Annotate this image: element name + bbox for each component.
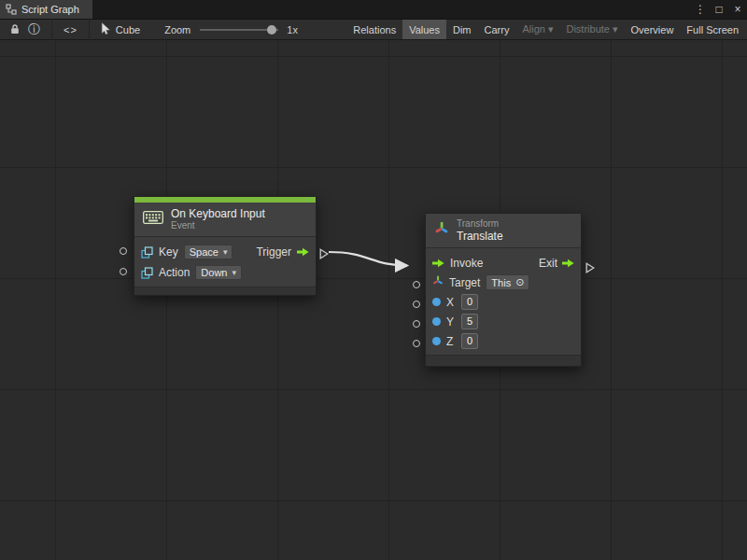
dim-button[interactable]: Dim: [446, 20, 478, 39]
z-field-row: Z 0: [426, 331, 581, 351]
exit-output: Exit: [539, 257, 574, 270]
key-row: Key Space ▾ Trigger: [134, 242, 316, 262]
align-dropdown[interactable]: Align ▾: [515, 20, 559, 39]
x-input[interactable]: 0: [461, 294, 478, 310]
z-value-port[interactable]: [413, 340, 420, 347]
window-menu-button[interactable]: ⋮: [691, 0, 710, 19]
close-button[interactable]: ×: [728, 0, 747, 19]
node-body: Invoke Exit Target This ⊙: [426, 248, 581, 355]
node-title: Translate: [457, 230, 503, 243]
node-category: Transform: [457, 218, 503, 230]
exit-flow-arrow-icon: [562, 259, 574, 268]
titlebar: Script Graph ⋮ □ ×: [0, 0, 747, 19]
target-row: Target This ⊙: [426, 273, 581, 292]
trigger-flow-arrow-icon: [297, 247, 309, 257]
node-header[interactable]: On Keyboard Input Event: [134, 203, 316, 237]
lock-icon: [9, 23, 21, 36]
lock-button[interactable]: [6, 20, 24, 39]
window-controls: ⋮ □ ×: [691, 0, 747, 19]
tab-script-graph[interactable]: Script Graph: [0, 0, 92, 19]
overview-button[interactable]: Overview: [625, 20, 681, 39]
invoke-flow-arrow-icon: [432, 259, 444, 268]
y-input[interactable]: 5: [461, 314, 478, 329]
value-port-dot-icon: [432, 337, 441, 345]
toolbar-separator: [89, 19, 90, 40]
connection-wire[interactable]: [329, 252, 407, 266]
zoom-slider-handle[interactable]: [267, 25, 276, 35]
trigger-label: Trigger: [256, 245, 291, 259]
graph-canvas[interactable]: On Keyboard Input Event Key Space ▾ Trig…: [0, 40, 747, 560]
x-label: X: [446, 296, 456, 309]
y-field-row: Y 5: [426, 312, 581, 331]
keyboard-icon: [143, 211, 163, 228]
carry-button[interactable]: Carry: [478, 20, 516, 39]
object-picker-icon: ⊙: [515, 276, 524, 288]
zoom-slider[interactable]: [200, 24, 278, 35]
key-label: Key: [159, 245, 178, 259]
invoke-label: Invoke: [450, 257, 483, 270]
node-header[interactable]: Transform Translate: [426, 214, 581, 248]
maximize-button[interactable]: □: [710, 0, 728, 19]
fullscreen-button[interactable]: Full Screen: [680, 20, 745, 39]
code-icon: <>: [63, 24, 78, 35]
y-label: Y: [446, 315, 456, 329]
distribute-dropdown[interactable]: Distribute ▾: [559, 20, 624, 39]
move-tool-icon: [434, 221, 449, 240]
values-button[interactable]: Values: [402, 20, 446, 39]
target-object-label: Cube: [116, 24, 140, 35]
action-dropdown[interactable]: Down ▾: [195, 265, 242, 280]
key-dropdown[interactable]: Space ▾: [184, 245, 233, 259]
cursor-icon: [101, 22, 111, 36]
key-value-port[interactable]: [120, 247, 127, 255]
node-footer: [134, 287, 316, 295]
exit-label: Exit: [539, 257, 557, 270]
edit-source-button[interactable]: <>: [60, 20, 81, 39]
connection-wire-layer: [0, 40, 747, 560]
tab-label: Script Graph: [21, 4, 79, 15]
chevron-down-icon: ▾: [223, 247, 228, 257]
node-subtitle: Event: [171, 220, 265, 231]
toolbar-button-group: Relations Values Dim Carry Align ▾ Distr…: [346, 20, 745, 39]
x-value-port[interactable]: [413, 301, 420, 308]
zoom-value: 1x: [287, 24, 298, 35]
y-value-port[interactable]: [413, 320, 420, 328]
target-value-port[interactable]: [413, 281, 420, 288]
z-input[interactable]: 0: [461, 333, 478, 349]
node-on-keyboard-input[interactable]: On Keyboard Input Event Key Space ▾ Trig…: [134, 196, 317, 296]
value-input-icon: [141, 246, 153, 259]
action-dropdown-value: Down: [201, 267, 227, 278]
graph-toolbar: ⓘ <> Cube Zoom 1x Relations Values Dim C…: [0, 19, 747, 40]
target-label: Target: [449, 276, 480, 289]
x-field-row: X 0: [426, 292, 581, 312]
info-icon: ⓘ: [28, 21, 40, 38]
relations-button[interactable]: Relations: [346, 20, 402, 39]
script-graph-window: Script Graph ⋮ □ × ⓘ <>: [0, 0, 747, 560]
target-value: This: [491, 277, 511, 288]
toolbar-separator: [51, 19, 52, 40]
value-input-icon: [141, 267, 153, 279]
invoke-row: Invoke Exit: [426, 253, 581, 273]
node-title: On Keyboard Input: [171, 207, 265, 220]
action-label: Action: [159, 266, 190, 279]
node-translate[interactable]: Transform Translate Invoke Exit: [425, 213, 582, 367]
target-object-chip[interactable]: This ⊙: [486, 274, 529, 290]
zoom-label: Zoom: [164, 24, 190, 35]
z-label: Z: [446, 335, 456, 348]
chevron-down-icon: ▾: [232, 268, 236, 277]
value-port-dot-icon: [432, 298, 441, 306]
script-graph-icon: [6, 4, 17, 15]
key-dropdown-value: Space: [190, 246, 218, 258]
value-port-dot-icon: [432, 317, 441, 326]
axis-icon: [432, 275, 444, 289]
trigger-output-port[interactable]: [319, 246, 329, 263]
graph-target[interactable]: Cube: [101, 22, 140, 36]
node-header-text: Transform Translate: [457, 218, 503, 243]
action-row: Action Down ▾: [134, 262, 316, 283]
node-body: Key Space ▾ Trigger Action: [134, 237, 316, 287]
info-button[interactable]: ⓘ: [24, 20, 44, 39]
action-value-port[interactable]: [120, 268, 127, 275]
node-header-text: On Keyboard Input Event: [171, 207, 265, 231]
exit-output-port[interactable]: [585, 260, 595, 277]
node-footer: [426, 355, 581, 366]
